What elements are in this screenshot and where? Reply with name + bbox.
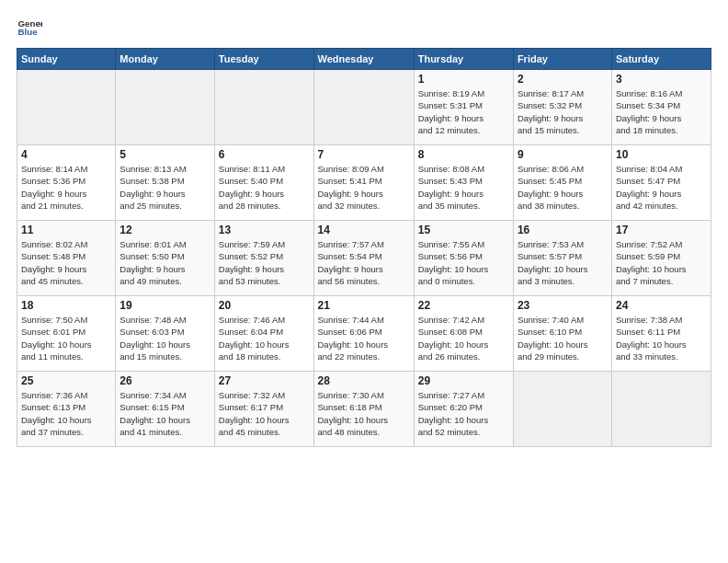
calendar-cell: 10Sunrise: 8:04 AM Sunset: 5:47 PM Dayli…: [611, 145, 711, 221]
calendar-cell: 11Sunrise: 8:02 AM Sunset: 5:48 PM Dayli…: [17, 221, 116, 296]
day-info: Sunrise: 7:27 AM Sunset: 6:20 PM Dayligh…: [418, 389, 509, 438]
day-number: 8: [418, 148, 509, 161]
day-number: 3: [616, 73, 707, 86]
day-info: Sunrise: 7:44 AM Sunset: 6:06 PM Dayligh…: [318, 314, 410, 362]
day-number: 21: [318, 299, 410, 312]
calendar-cell: 24Sunrise: 7:38 AM Sunset: 6:11 PM Dayli…: [611, 296, 711, 372]
day-info: Sunrise: 8:13 AM Sunset: 5:38 PM Dayligh…: [119, 163, 210, 212]
day-info: Sunrise: 8:08 AM Sunset: 5:43 PM Dayligh…: [418, 163, 509, 212]
day-number: 29: [418, 374, 509, 387]
calendar-cell: 21Sunrise: 7:44 AM Sunset: 6:06 PM Dayli…: [313, 296, 414, 372]
day-number: 5: [119, 148, 210, 161]
day-number: 6: [219, 148, 310, 161]
day-info: Sunrise: 8:09 AM Sunset: 5:41 PM Dayligh…: [318, 163, 410, 212]
day-info: Sunrise: 7:40 AM Sunset: 6:10 PM Dayligh…: [518, 314, 608, 362]
day-number: 4: [21, 148, 111, 161]
day-number: 18: [21, 299, 111, 312]
col-header-monday: Monday: [116, 49, 214, 70]
day-info: Sunrise: 8:06 AM Sunset: 5:45 PM Dayligh…: [518, 163, 608, 212]
calendar-cell: 22Sunrise: 7:42 AM Sunset: 6:08 PM Dayli…: [414, 296, 513, 372]
day-info: Sunrise: 8:04 AM Sunset: 5:47 PM Dayligh…: [616, 163, 707, 212]
calendar-cell: 19Sunrise: 7:48 AM Sunset: 6:03 PM Dayli…: [116, 296, 214, 372]
day-info: Sunrise: 7:57 AM Sunset: 5:54 PM Dayligh…: [318, 238, 410, 287]
day-number: 24: [616, 299, 707, 312]
calendar-table: SundayMondayTuesdayWednesdayThursdayFrid…: [17, 48, 711, 447]
day-info: Sunrise: 7:34 AM Sunset: 6:15 PM Dayligh…: [119, 389, 210, 438]
day-info: Sunrise: 7:42 AM Sunset: 6:08 PM Dayligh…: [418, 314, 509, 362]
calendar-cell: 13Sunrise: 7:59 AM Sunset: 5:52 PM Dayli…: [214, 221, 313, 296]
day-info: Sunrise: 7:36 AM Sunset: 6:13 PM Dayligh…: [21, 389, 111, 438]
col-header-wednesday: Wednesday: [313, 49, 414, 70]
calendar-cell: 29Sunrise: 7:27 AM Sunset: 6:20 PM Dayli…: [414, 372, 513, 447]
calendar-cell: 23Sunrise: 7:40 AM Sunset: 6:10 PM Dayli…: [513, 296, 611, 372]
day-info: Sunrise: 7:53 AM Sunset: 5:57 PM Dayligh…: [518, 238, 608, 287]
calendar-cell: 15Sunrise: 7:55 AM Sunset: 5:56 PM Dayli…: [414, 221, 513, 296]
calendar-cell: 27Sunrise: 7:32 AM Sunset: 6:17 PM Dayli…: [214, 372, 313, 447]
calendar-cell: 9Sunrise: 8:06 AM Sunset: 5:45 PM Daylig…: [513, 145, 611, 221]
day-info: Sunrise: 7:50 AM Sunset: 6:01 PM Dayligh…: [21, 314, 111, 362]
calendar-cell: 12Sunrise: 8:01 AM Sunset: 5:50 PM Dayli…: [116, 221, 214, 296]
day-info: Sunrise: 7:55 AM Sunset: 5:56 PM Dayligh…: [418, 238, 509, 287]
calendar-cell: 20Sunrise: 7:46 AM Sunset: 6:04 PM Dayli…: [214, 296, 313, 372]
day-number: 25: [21, 374, 111, 387]
calendar-cell: [214, 70, 313, 145]
calendar-cell: 14Sunrise: 7:57 AM Sunset: 5:54 PM Dayli…: [313, 221, 414, 296]
day-info: Sunrise: 8:14 AM Sunset: 5:36 PM Dayligh…: [21, 163, 111, 212]
day-info: Sunrise: 7:32 AM Sunset: 6:17 PM Dayligh…: [219, 389, 310, 438]
day-number: 23: [518, 299, 608, 312]
calendar-cell: [116, 70, 214, 145]
day-number: 11: [21, 224, 111, 236]
day-number: 15: [418, 224, 509, 236]
calendar-cell: 16Sunrise: 7:53 AM Sunset: 5:57 PM Dayli…: [513, 221, 611, 296]
day-number: 1: [418, 73, 509, 86]
day-info: Sunrise: 7:59 AM Sunset: 5:52 PM Dayligh…: [219, 238, 310, 287]
day-number: 17: [616, 224, 707, 236]
day-number: 13: [219, 224, 310, 236]
day-info: Sunrise: 7:52 AM Sunset: 5:59 PM Dayligh…: [616, 238, 707, 287]
calendar-cell: 2Sunrise: 8:17 AM Sunset: 5:32 PM Daylig…: [513, 70, 611, 145]
calendar-cell: [17, 70, 116, 145]
calendar-cell: 26Sunrise: 7:34 AM Sunset: 6:15 PM Dayli…: [116, 372, 214, 447]
calendar-cell: 5Sunrise: 8:13 AM Sunset: 5:38 PM Daylig…: [116, 145, 214, 221]
day-info: Sunrise: 8:17 AM Sunset: 5:32 PM Dayligh…: [518, 87, 608, 136]
day-info: Sunrise: 8:11 AM Sunset: 5:40 PM Dayligh…: [219, 163, 310, 212]
calendar-cell: 6Sunrise: 8:11 AM Sunset: 5:40 PM Daylig…: [214, 145, 313, 221]
col-header-tuesday: Tuesday: [214, 49, 313, 70]
day-number: 28: [318, 374, 410, 387]
logo-icon: General Blue: [17, 15, 42, 40]
day-number: 9: [518, 148, 608, 161]
col-header-friday: Friday: [513, 49, 611, 70]
calendar-cell: 18Sunrise: 7:50 AM Sunset: 6:01 PM Dayli…: [17, 296, 116, 372]
day-number: 2: [518, 73, 608, 86]
day-number: 26: [119, 374, 210, 387]
calendar-cell: 7Sunrise: 8:09 AM Sunset: 5:41 PM Daylig…: [313, 145, 414, 221]
day-number: 7: [318, 148, 410, 161]
day-info: Sunrise: 8:16 AM Sunset: 5:34 PM Dayligh…: [616, 87, 707, 136]
day-number: 27: [219, 374, 310, 387]
calendar-cell: 28Sunrise: 7:30 AM Sunset: 6:18 PM Dayli…: [313, 372, 414, 447]
day-info: Sunrise: 7:48 AM Sunset: 6:03 PM Dayligh…: [119, 314, 210, 362]
svg-text:Blue: Blue: [17, 27, 38, 37]
calendar-cell: 25Sunrise: 7:36 AM Sunset: 6:13 PM Dayli…: [17, 372, 116, 447]
calendar-cell: 4Sunrise: 8:14 AM Sunset: 5:36 PM Daylig…: [17, 145, 116, 221]
logo: General Blue: [17, 15, 46, 40]
day-number: 12: [119, 224, 210, 236]
page-header: General Blue: [17, 15, 711, 40]
calendar-cell: 1Sunrise: 8:19 AM Sunset: 5:31 PM Daylig…: [414, 70, 513, 145]
day-info: Sunrise: 8:02 AM Sunset: 5:48 PM Dayligh…: [21, 238, 111, 287]
calendar-cell: 3Sunrise: 8:16 AM Sunset: 5:34 PM Daylig…: [611, 70, 711, 145]
calendar-cell: 8Sunrise: 8:08 AM Sunset: 5:43 PM Daylig…: [414, 145, 513, 221]
col-header-saturday: Saturday: [611, 49, 711, 70]
col-header-sunday: Sunday: [17, 49, 116, 70]
day-info: Sunrise: 7:46 AM Sunset: 6:04 PM Dayligh…: [219, 314, 310, 362]
day-number: 22: [418, 299, 509, 312]
calendar-cell: [313, 70, 414, 145]
day-number: 16: [518, 224, 608, 236]
day-number: 10: [616, 148, 707, 161]
day-info: Sunrise: 7:30 AM Sunset: 6:18 PM Dayligh…: [318, 389, 410, 438]
day-info: Sunrise: 8:19 AM Sunset: 5:31 PM Dayligh…: [418, 87, 509, 136]
calendar-cell: [513, 372, 611, 447]
day-number: 19: [119, 299, 210, 312]
calendar-cell: 17Sunrise: 7:52 AM Sunset: 5:59 PM Dayli…: [611, 221, 711, 296]
calendar-cell: [611, 372, 711, 447]
